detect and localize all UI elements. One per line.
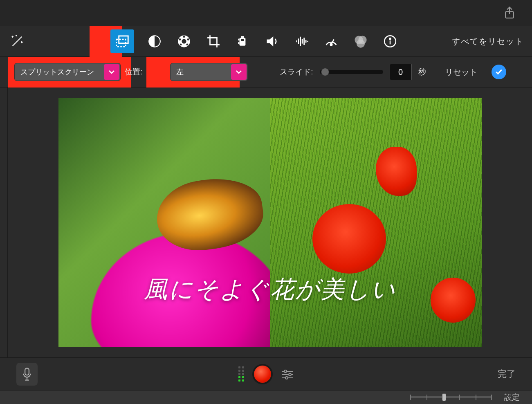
chevron-down-icon xyxy=(231,64,247,80)
svg-rect-16 xyxy=(241,36,244,38)
svg-point-26 xyxy=(355,36,363,44)
svg-point-25 xyxy=(330,44,332,46)
svg-point-40 xyxy=(285,377,288,379)
svg-point-7 xyxy=(183,36,185,38)
overlay-mode-value: スプリットスクリーン xyxy=(20,67,94,77)
svg-point-4 xyxy=(149,36,160,47)
slider-thumb[interactable] xyxy=(442,393,446,401)
svg-point-3 xyxy=(149,36,160,47)
slide-group: スライド: 秒 リセット xyxy=(280,64,506,80)
slide-slider[interactable] xyxy=(320,70,383,74)
svg-point-5 xyxy=(178,35,190,47)
svg-point-30 xyxy=(389,38,391,39)
svg-point-28 xyxy=(357,40,365,48)
info-icon[interactable] xyxy=(381,32,399,50)
volume-icon[interactable] xyxy=(263,32,281,50)
preview-left-half xyxy=(58,98,270,347)
color-filter-icon[interactable] xyxy=(352,32,370,50)
crop-icon[interactable] xyxy=(204,32,222,50)
svg-point-27 xyxy=(358,36,366,44)
svg-rect-1 xyxy=(119,36,128,43)
slide-value-input[interactable] xyxy=(390,64,412,80)
slide-label: スライド: xyxy=(280,67,313,77)
position-dropdown[interactable]: 左 xyxy=(170,63,248,81)
slider-thumb[interactable] xyxy=(321,68,329,76)
title-bar xyxy=(0,0,532,26)
preview-area: 風にそよぐ花が美しい xyxy=(7,88,532,357)
timeline-zoom-slider[interactable] xyxy=(410,396,492,398)
apply-checkmark-button[interactable] xyxy=(492,65,506,79)
overlay-mode-dropdown[interactable]: スプリットスクリーン xyxy=(14,63,121,81)
poppy-graphic xyxy=(312,204,386,274)
preview-canvas[interactable]: 風にそよぐ花が美しい xyxy=(58,98,482,347)
color-correction-icon[interactable] xyxy=(175,32,193,50)
footer-bar: 設定 xyxy=(0,390,532,404)
video-overlay-tab[interactable] xyxy=(110,29,134,53)
svg-rect-13 xyxy=(241,39,244,41)
chevron-down-icon xyxy=(104,64,119,80)
record-button[interactable] xyxy=(254,366,271,383)
svg-rect-2 xyxy=(117,39,126,47)
title-overlay-text[interactable]: 風にそよぐ花が美しい xyxy=(58,274,482,305)
reset-all-button[interactable]: すべてをリセット xyxy=(452,36,524,47)
settings-button[interactable]: 設定 xyxy=(504,392,520,403)
noise-reduction-icon[interactable] xyxy=(293,32,311,50)
inspector-toolbar: すべてをリセット xyxy=(0,26,532,57)
position-label: 位置: xyxy=(125,67,142,77)
audio-meter-icon xyxy=(238,366,244,382)
svg-point-6 xyxy=(182,39,186,43)
svg-rect-15 xyxy=(238,42,239,44)
record-control-bar: 完了 xyxy=(0,357,532,390)
reset-button[interactable]: リセット xyxy=(445,67,478,78)
share-icon[interactable] xyxy=(503,6,516,20)
stabilization-icon[interactable] xyxy=(234,32,252,50)
magic-wand-icon[interactable] xyxy=(8,32,26,50)
svg-point-36 xyxy=(284,370,287,373)
voiceover-options-icon[interactable] xyxy=(281,368,294,380)
svg-line-24 xyxy=(331,40,334,44)
svg-point-38 xyxy=(289,373,291,376)
speed-icon[interactable] xyxy=(322,32,340,50)
color-balance-icon[interactable] xyxy=(146,32,164,50)
svg-point-29 xyxy=(384,36,396,47)
overlay-settings-bar: スプリットスクリーン 位置: 左 スライド: 秒 リセット xyxy=(0,57,532,88)
position-value: 左 xyxy=(176,67,184,77)
svg-rect-32 xyxy=(25,368,29,375)
voiceover-button[interactable] xyxy=(16,363,38,386)
svg-point-10 xyxy=(180,43,182,45)
svg-rect-14 xyxy=(238,39,239,40)
done-button[interactable]: 完了 xyxy=(498,368,516,380)
svg-point-11 xyxy=(179,38,181,40)
record-group xyxy=(238,366,294,383)
svg-point-9 xyxy=(186,43,188,45)
svg-rect-0 xyxy=(505,11,513,18)
seconds-label: 秒 xyxy=(418,67,426,77)
svg-rect-12 xyxy=(240,38,246,46)
svg-point-8 xyxy=(187,38,189,40)
